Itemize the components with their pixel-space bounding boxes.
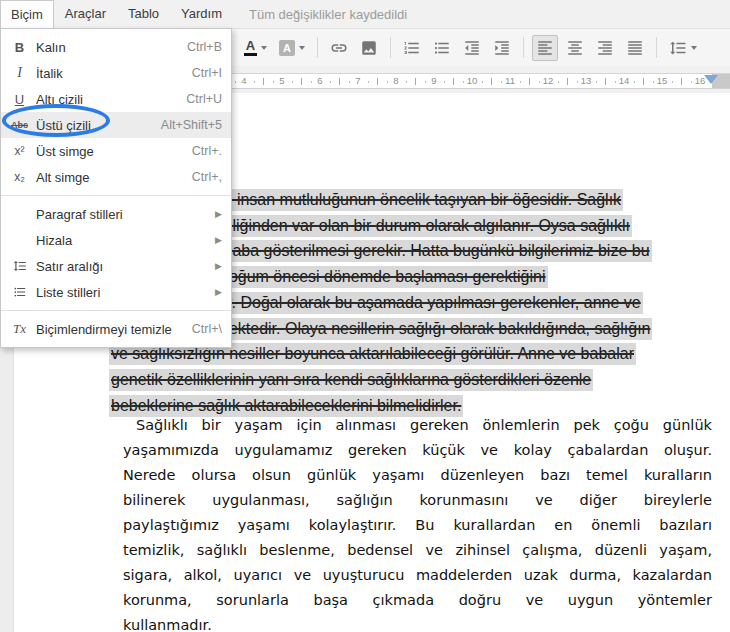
increase-indent-icon [493, 39, 511, 57]
ruler-tick [672, 81, 673, 83]
menu-item-label: Altı çizili [36, 92, 186, 107]
paragraph-text-line[interactable]: kullanmadır. [123, 615, 712, 632]
ruler-number: 12 [543, 75, 554, 86]
menu-item-label: İtalik [36, 66, 192, 81]
menubar-item-biçim[interactable]: Biçim [0, 0, 54, 28]
subscript-icon: x₂ [7, 170, 32, 184]
line-spacing-button[interactable] [665, 35, 701, 61]
ruler-tick [415, 78, 416, 85]
save-status-text: Tüm değişiklikler kaydedildi [249, 7, 407, 22]
menu-item-label: Paragraf stilleri [36, 207, 215, 222]
ruler-tick [567, 78, 568, 85]
paragraph-text-line[interactable]: bilinerek uygulanması, sağlığın korunmas… [123, 490, 712, 512]
ruler-tick [235, 81, 236, 83]
selected-text-line[interactable]: çaba gösterilmesi gerekir. Hatta bugünkü… [218, 240, 652, 262]
paragraph-text-line[interactable]: sigara, alkol, uyarıcı ve uyuşturucu mad… [123, 565, 712, 587]
paragraph-text-line[interactable]: paylaştığımız yaşamı kolaylaştırır. Bu k… [123, 515, 712, 537]
paragraph-text-line[interactable]: Nerede olursa olsun günlük yaşamı düzenl… [123, 465, 712, 487]
menu-item-label: Üst simge [36, 144, 192, 159]
decrease-indent-button[interactable] [459, 35, 485, 61]
ruler-tick [444, 81, 445, 83]
format-menu-item-paragraf-stilleri[interactable]: Paragraf stilleri▶ [1, 201, 231, 227]
toolbar-divider [523, 37, 524, 58]
align-center-icon [566, 39, 584, 57]
selected-text-line[interactable]: bebeklerine sağlık aktarabileceklerini b… [109, 395, 463, 417]
toolbar-divider [317, 37, 318, 58]
selected-text-line[interactable]: doğum öncesi dönemde başlaması gerektiği… [218, 266, 548, 288]
menubar-item-yardım[interactable]: Yardım [170, 0, 233, 28]
ruler-number: 15 [657, 75, 668, 86]
selected-text-line[interactable]: genetik özelliklerinin yanı sıra kendi s… [109, 369, 593, 391]
strikethrough-selected-text: nektedir. Olaya nesillerin sağlığı olara… [218, 318, 652, 340]
ruler-tick [349, 81, 350, 83]
format-menu-item-biçimlendirmeyi-temizle[interactable]: TxBiçimlendirmeyi temizleCtrl+\ [1, 316, 231, 342]
ruler-tick [605, 78, 606, 85]
ruler-tick [368, 81, 369, 83]
increase-indent-button[interactable] [489, 35, 515, 61]
ruler-number: 5 [279, 75, 284, 86]
right-indent-marker-icon[interactable] [704, 75, 718, 84]
list-styles-icon [7, 285, 32, 299]
strikethrough-selected-text: çaba gösterilmesi gerekir. Hatta bugünkü… [218, 240, 652, 262]
ruler-tick [377, 78, 378, 85]
ruler-tick [539, 81, 540, 83]
strikethrough-icon: Abc [7, 120, 32, 130]
decrease-indent-icon [463, 39, 481, 57]
ruler-tick [453, 78, 454, 85]
ruler-number: 8 [393, 75, 398, 86]
format-menu-item-üstü-çizili[interactable]: AbcÜstü çiziliAlt+Shift+5 [1, 112, 231, 138]
menu-divider [1, 195, 231, 196]
format-menu-item-üst-simge[interactable]: x²Üst simgeCtrl+. [1, 138, 231, 164]
insert-image-button[interactable] [356, 35, 382, 61]
insert-image-icon [360, 39, 378, 57]
ruler-tick [491, 78, 492, 85]
format-menu-item-altı-çizili[interactable]: UAltı çiziliCtrl+U [1, 86, 231, 112]
menubar-item-araçlar[interactable]: Araçlar [54, 0, 117, 28]
menubar: BiçimAraçlarTabloYardım Tüm değişiklikle… [0, 0, 730, 28]
insert-link-button[interactable] [326, 35, 352, 61]
selected-text-line[interactable]: nektedir. Olaya nesillerin sağlığı olara… [218, 318, 652, 340]
highlight-color-button[interactable]: A [275, 35, 309, 61]
ruler-tick [425, 81, 426, 83]
submenu-arrow-icon: ▶ [215, 209, 222, 219]
align-left-button[interactable] [532, 35, 558, 61]
ruler-number: 14 [619, 75, 630, 86]
ruler-tick [691, 81, 692, 83]
align-right-icon [596, 39, 614, 57]
format-menu-item-hizala[interactable]: Hizala▶ [1, 227, 231, 253]
paragraph-text-line[interactable]: temizlik, sağlıklı beslenme, bedensel ve… [123, 540, 712, 562]
ruler-tick [482, 81, 483, 83]
selected-text-line[interactable]: diliğinden var olan bir durum olarak alg… [218, 215, 632, 237]
ruler-number: 7 [355, 75, 360, 86]
numbered-list-button[interactable] [399, 35, 425, 61]
ruler-tick [653, 81, 654, 83]
text-color-button[interactable]: A [240, 35, 271, 61]
ruler-tick [330, 81, 331, 83]
menu-item-shortcut: Ctrl+U [186, 92, 222, 106]
format-menu-popup: BKalınCtrl+BIİtalikCtrl+IUAltı çiziliCtr… [0, 28, 232, 348]
ruler-tick [615, 81, 616, 83]
format-menu-item-liste-stilleri[interactable]: Liste stilleri▶ [1, 279, 231, 305]
format-menu-item-i̇talik[interactable]: IİtalikCtrl+I [1, 60, 231, 86]
menubar-item-tablo[interactable]: Tablo [117, 0, 170, 28]
format-menu-item-kalın[interactable]: BKalınCtrl+B [1, 34, 231, 60]
bulleted-list-button[interactable] [429, 35, 455, 61]
selected-text-line[interactable]: lir. Doğal olarak bu aşamada yapılması g… [218, 292, 643, 314]
format-menu-item-alt-simge[interactable]: x₂Alt simgeCtrl+, [1, 164, 231, 190]
menu-item-shortcut: Ctrl+I [192, 66, 222, 80]
submenu-arrow-icon: ▶ [215, 235, 222, 245]
ruler-number: 6 [317, 75, 322, 86]
ruler-tick [406, 81, 407, 83]
align-right-button[interactable] [592, 35, 618, 61]
ruler-tick [643, 78, 644, 85]
align-justify-button[interactable] [622, 35, 648, 61]
paragraph-text-line[interactable]: Sağlıklı bir yaşam için alınması gereken… [123, 415, 712, 437]
align-center-button[interactable] [562, 35, 588, 61]
format-menu-item-satır-aralığı[interactable]: Satır aralığı▶ [1, 253, 231, 279]
paragraph-text-line[interactable]: korunma, sorunlarla başa çıkmada doğru v… [123, 590, 712, 612]
paragraph-text-line[interactable]: yaşamımızda uygulamamız gereken küçük ve… [123, 440, 712, 462]
menu-item-shortcut: Ctrl+\ [192, 322, 222, 336]
ruler-tick [263, 78, 264, 85]
menu-item-label: Hizala [36, 233, 215, 248]
selected-text-line[interactable]: k, insan mutluluğunun öncelik taşıyan bi… [218, 189, 623, 211]
